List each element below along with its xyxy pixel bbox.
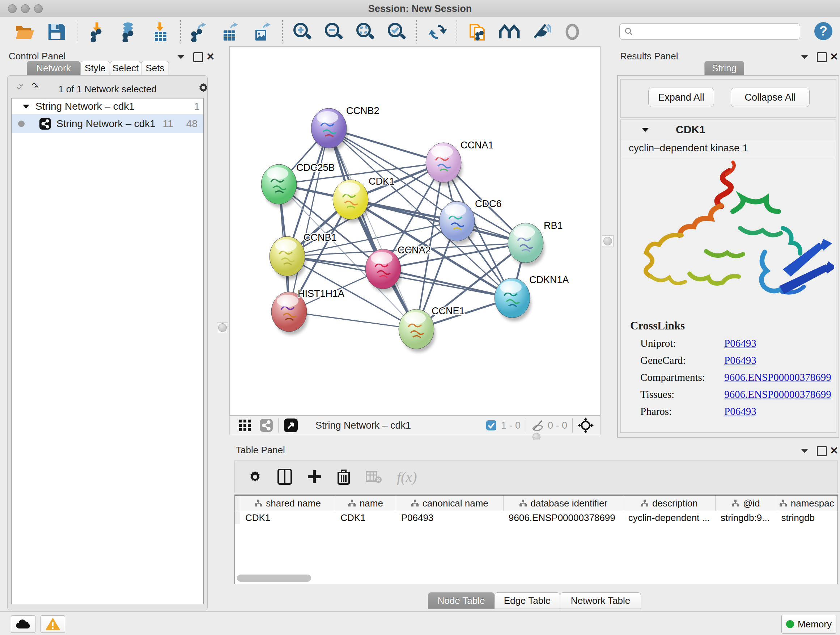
add-column-icon[interactable]	[307, 470, 322, 484]
zoom-fit-icon[interactable]	[355, 21, 376, 43]
table-panel-close-icon[interactable]: ✕	[830, 445, 838, 456]
first-neighbors-icon[interactable]	[499, 21, 520, 43]
export-network-icon[interactable]	[187, 21, 209, 43]
tab-string[interactable]: String	[704, 61, 744, 75]
tab-network[interactable]: Network	[27, 61, 80, 75]
selected-nodes-checkbox-icon[interactable]	[486, 420, 497, 431]
table-cell[interactable]: CDK1	[240, 511, 335, 524]
import-table-icon[interactable]	[150, 21, 172, 43]
import-network-file-icon[interactable]	[86, 21, 108, 43]
node-CDK1[interactable]: CDK1	[333, 176, 395, 223]
show-columns-icon[interactable]	[278, 469, 292, 485]
left-splitter[interactable]	[214, 46, 229, 611]
results-panel-close-icon[interactable]: ✕	[830, 51, 838, 63]
table-cell[interactable]: cyclin-dependent ...	[623, 511, 715, 524]
network-graph[interactable]: CCNB2 CCNA1 CDC25B	[230, 47, 600, 415]
tab-network-table[interactable]: Network Table	[560, 592, 641, 609]
search-input[interactable]	[633, 26, 787, 37]
edge-HIST1H1A-CCNE1[interactable]	[289, 312, 416, 329]
network-view-icon[interactable]	[259, 418, 273, 432]
node-CCNA2[interactable]: CCNA2	[365, 245, 431, 292]
table-cell[interactable]: P06493	[396, 511, 504, 524]
node-CCNB1[interactable]: CCNB1	[270, 232, 337, 279]
table-row[interactable]: CDK1CDK1P064939606.ENSP00000378699cyclin…	[235, 511, 837, 524]
results-panel-float-icon[interactable]	[817, 52, 827, 62]
network-collection-row[interactable]: String Network – cdk1 1	[11, 98, 203, 114]
node-CDKN1A[interactable]: CDKN1A	[494, 274, 569, 321]
gene-entry-header[interactable]: CDK1	[621, 120, 836, 139]
zoom-selected-icon[interactable]	[386, 21, 408, 43]
grid-view-icon[interactable]	[238, 419, 251, 432]
export-table-icon[interactable]	[219, 21, 241, 43]
table-panel-float-icon[interactable]	[817, 446, 827, 456]
column-header-namespac[interactable]: namespac	[776, 496, 837, 511]
table-cell[interactable]: 9606.ENSP00000378699	[504, 511, 623, 524]
control-panel-close-icon[interactable]: ✕	[206, 51, 215, 63]
right-splitter-handle[interactable]	[602, 235, 614, 247]
control-panel-float-icon[interactable]	[193, 52, 203, 62]
pan-crosshair-icon[interactable]	[578, 417, 594, 433]
show-all-icon[interactable]	[561, 21, 583, 43]
crosslink-link[interactable]: 9606.ENSP00000378699	[724, 371, 831, 383]
crosslink-link[interactable]: 9606.ENSP00000378699	[724, 388, 831, 401]
help-icon[interactable]: ?	[813, 21, 834, 43]
birds-eye-view-icon[interactable]	[284, 418, 298, 432]
node-CDC6[interactable]: CDC6	[439, 198, 502, 244]
zoom-out-icon[interactable]	[323, 21, 345, 43]
crosslink-link[interactable]: P06493	[724, 405, 756, 417]
table-cell[interactable]: CDK1	[335, 511, 396, 524]
node-CCNB2[interactable]: CCNB2	[311, 105, 379, 151]
save-session-icon[interactable]	[46, 21, 67, 43]
network-options-gear-icon[interactable]	[197, 81, 210, 95]
tab-select[interactable]: Select	[110, 61, 141, 75]
left-splitter-handle[interactable]	[217, 322, 228, 333]
toolbar-separator	[282, 20, 283, 43]
collapse-all-button[interactable]: Collapse All	[731, 88, 810, 107]
control-panel-menu-icon[interactable]	[177, 54, 185, 61]
toolbar-search[interactable]	[619, 23, 800, 40]
expand-all-button[interactable]: Expand All	[648, 88, 714, 107]
crosslink-link[interactable]: P06493	[724, 355, 756, 366]
zoom-in-icon[interactable]	[292, 21, 313, 43]
tab-node-table[interactable]: Node Table	[428, 592, 494, 609]
node-CCNE1[interactable]: CCNE1	[399, 306, 465, 352]
table-hscrollbar-thumb[interactable]	[237, 575, 311, 582]
table-settings-gear-icon[interactable]	[248, 470, 262, 484]
open-session-icon[interactable]	[14, 21, 35, 43]
export-image-icon[interactable]	[251, 21, 273, 43]
node-table[interactable]: shared namenamecanonical namedatabase id…	[234, 494, 838, 584]
node-RB1[interactable]: RB1	[508, 220, 563, 266]
results-scroll-area[interactable]: CDK1 cyclin–dependent kinase 1	[620, 119, 836, 433]
clone-network-icon[interactable]	[467, 21, 488, 43]
import-network-database-icon[interactable]	[118, 21, 140, 43]
network-canvas[interactable]: CCNB2 CCNA1 CDC25B	[229, 46, 600, 416]
table-panel-menu-icon[interactable]	[800, 448, 809, 455]
memory-button[interactable]: Memory	[782, 615, 836, 633]
refresh-icon[interactable]	[427, 21, 448, 43]
collection-expand-icon[interactable]	[22, 103, 30, 109]
column-header-canonical-name[interactable]: canonical name	[396, 496, 504, 511]
tab-style[interactable]: Style	[80, 61, 110, 75]
right-splitter[interactable]	[600, 46, 616, 440]
network-edge-count: 48	[186, 118, 197, 130]
edge-CCNA2-CDKN1A[interactable]	[383, 269, 512, 298]
network-node-count: 11	[163, 118, 173, 130]
table-cell[interactable]: stringdb:9...	[715, 511, 776, 524]
column-header-description[interactable]: description	[623, 496, 715, 511]
column-header--id[interactable]: @id	[715, 496, 776, 511]
delete-column-icon[interactable]	[337, 469, 351, 485]
crosslink-link[interactable]: P06493	[724, 337, 756, 349]
results-panel-menu-icon[interactable]	[800, 54, 809, 61]
node-HIST1H1A[interactable]: HIST1H1A	[271, 288, 344, 335]
cloud-button[interactable]	[11, 616, 35, 633]
column-header-database-identifier[interactable]: database identifier	[504, 496, 623, 511]
warning-button[interactable]	[41, 616, 65, 633]
column-header-name[interactable]: name	[335, 496, 396, 511]
gene-collapse-icon[interactable]	[641, 127, 650, 133]
column-header-shared-name[interactable]: shared name	[240, 496, 335, 511]
hide-selection-icon[interactable]	[531, 21, 552, 43]
tab-sets[interactable]: Sets	[141, 61, 169, 75]
table-cell[interactable]: stringdb	[776, 511, 838, 524]
network-row-selected[interactable]: String Network – cdk1 11 48	[11, 114, 203, 133]
tab-edge-table[interactable]: Edge Table	[494, 592, 560, 609]
